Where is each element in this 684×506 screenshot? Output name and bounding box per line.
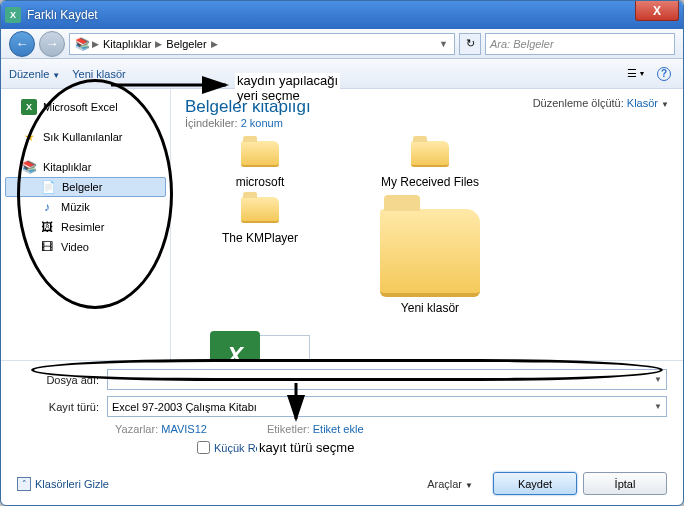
- new-folder-button[interactable]: Yeni klasör: [72, 68, 125, 80]
- save-as-dialog: X Farklı Kaydet X ← → 📚 ▶ Kitaplıklar ▶ …: [0, 0, 684, 506]
- organize-toolbar: Düzenle▼ Yeni klasör ☰▼ ?: [1, 59, 683, 89]
- file-list-pane: Belgeler kitaplığı İçindekiler: 2 konum …: [171, 89, 683, 360]
- sidebar-label: Müzik: [61, 201, 90, 213]
- library-subtitle: İçindekiler: 2 konum: [185, 117, 311, 129]
- folder-icon: [241, 197, 279, 223]
- thumbnail-checkbox[interactable]: [197, 441, 210, 454]
- view-icon: ☰: [627, 67, 637, 80]
- crumb-sep-icon: ▶: [209, 39, 220, 49]
- chevron-down-icon: ▼: [654, 375, 662, 384]
- arrange-by-menu[interactable]: Düzenleme ölçütü: Klasör ▼: [533, 97, 669, 109]
- sidebar-item-music[interactable]: ♪ Müzik: [1, 197, 170, 217]
- folder-item-kmplayer[interactable]: The KMPlayer: [185, 197, 335, 315]
- refresh-button[interactable]: ↻: [459, 33, 481, 55]
- sidebar-item-documents[interactable]: 📄 Belgeler: [5, 177, 166, 197]
- authors-label: Yazarlar:: [115, 423, 158, 435]
- view-menu-button[interactable]: ☰▼: [625, 64, 647, 84]
- sidebar-item-favorites[interactable]: ★ Sık Kullanılanlar: [1, 127, 170, 147]
- cancel-button[interactable]: İptal: [583, 472, 667, 495]
- window-title: Farklı Kaydet: [27, 8, 98, 22]
- sidebar-item-pictures[interactable]: 🖼 Resimler: [1, 217, 170, 237]
- file-label: My Received Files: [381, 175, 479, 189]
- filetype-select[interactable]: Excel 97-2003 Çalışma Kitabı ▼: [107, 396, 667, 417]
- documents-icon: 📄: [40, 179, 56, 195]
- file-label: Yeni klasör: [401, 301, 459, 315]
- folder-icon: [411, 141, 449, 167]
- filetype-value: Excel 97-2003 Çalışma Kitabı: [112, 401, 257, 413]
- help-button[interactable]: ?: [653, 64, 675, 84]
- breadcrumb-libraries[interactable]: Kitaplıklar: [101, 38, 153, 50]
- search-placeholder: Ara: Belgeler: [490, 38, 554, 50]
- libraries-icon: 📚: [74, 36, 90, 52]
- hide-folders-button[interactable]: ˄ Klasörleri Gizle: [17, 477, 109, 491]
- excel-icon: X: [21, 99, 37, 115]
- sidebar-item-msexcel[interactable]: X Microsoft Excel: [1, 97, 170, 117]
- library-locations-link[interactable]: 2 konum: [241, 117, 283, 129]
- content-area: X Microsoft Excel ★ Sık Kullanılanlar 📚 …: [1, 89, 683, 360]
- forward-arrow-icon: →: [46, 36, 59, 51]
- sidebar-label: Resimler: [61, 221, 104, 233]
- address-bar[interactable]: 📚 ▶ Kitaplıklar ▶ Belgeler ▶ ▼: [69, 33, 455, 55]
- close-button[interactable]: X: [635, 1, 679, 21]
- sidebar-item-libraries[interactable]: 📚 Kitaplıklar: [1, 157, 170, 177]
- tags-label: Etiketler:: [267, 423, 310, 435]
- back-arrow-icon: ←: [16, 36, 29, 51]
- sidebar-label: Kitaplıklar: [43, 161, 91, 173]
- nav-sidebar: X Microsoft Excel ★ Sık Kullanılanlar 📚 …: [1, 89, 171, 360]
- filename-input[interactable]: ▼: [107, 369, 667, 390]
- breadcrumb-documents[interactable]: Belgeler: [164, 38, 208, 50]
- crumb-sep-icon: ▶: [153, 39, 164, 49]
- save-button[interactable]: Kaydet: [493, 472, 577, 495]
- help-icon: ?: [657, 67, 671, 81]
- chevron-down-icon: ▼: [465, 481, 473, 490]
- folder-item-yeniklasor[interactable]: Yeni klasör: [355, 197, 505, 315]
- search-input[interactable]: Ara: Belgeler: [485, 33, 675, 55]
- forward-button[interactable]: →: [39, 31, 65, 57]
- video-icon: 🎞: [39, 239, 55, 255]
- sidebar-label: Sık Kullanılanlar: [43, 131, 123, 143]
- chevron-down-icon: ▼: [654, 402, 662, 411]
- close-icon: X: [653, 4, 661, 18]
- back-button[interactable]: ←: [9, 31, 35, 57]
- filetype-label: Kayıt türü:: [17, 401, 107, 413]
- folder-item-myreceived[interactable]: My Received Files: [355, 141, 505, 189]
- excel-file-icon: X: [210, 323, 310, 360]
- sidebar-item-video[interactable]: 🎞 Video: [1, 237, 170, 257]
- music-icon: ♪: [39, 199, 55, 215]
- refresh-icon: ↻: [466, 37, 475, 50]
- file-item-planlama[interactable]: X Planlama: [185, 323, 335, 360]
- titlebar: X Farklı Kaydet X: [1, 1, 683, 29]
- file-label: The KMPlayer: [222, 231, 298, 245]
- chevron-up-icon: ˄: [17, 477, 31, 491]
- filename-label: Dosya adı:: [17, 374, 107, 386]
- thumbnail-label: Küçük Resim Kaydet: [214, 442, 316, 454]
- sidebar-label: Belgeler: [62, 181, 102, 193]
- library-title: Belgeler kitaplığı: [185, 97, 311, 117]
- pictures-icon: 🖼: [39, 219, 55, 235]
- history-drop-icon[interactable]: ▼: [437, 39, 450, 49]
- organize-menu[interactable]: Düzenle▼: [9, 68, 60, 80]
- sidebar-label: Video: [61, 241, 89, 253]
- chevron-down-icon: ▼: [52, 71, 60, 80]
- tags-value[interactable]: Etiket ekle: [313, 423, 364, 435]
- folder-icon: [380, 209, 480, 297]
- save-form: Dosya adı: ▼ Kayıt türü: Excel 97-2003 Ç…: [1, 360, 683, 505]
- folder-item-microsoft[interactable]: microsoft: [185, 141, 335, 189]
- folder-icon: [241, 141, 279, 167]
- sidebar-label: Microsoft Excel: [43, 101, 118, 113]
- file-label: microsoft: [236, 175, 285, 189]
- authors-value[interactable]: MAVIS12: [161, 423, 207, 435]
- star-icon: ★: [21, 129, 37, 145]
- tools-menu[interactable]: Araçlar ▼: [427, 478, 473, 490]
- crumb-sep-icon: ▶: [90, 39, 101, 49]
- nav-toolbar: ← → 📚 ▶ Kitaplıklar ▶ Belgeler ▶ ▼ ↻ Ara…: [1, 29, 683, 59]
- excel-app-icon: X: [5, 7, 21, 23]
- chevron-down-icon: ▼: [639, 70, 646, 77]
- libraries-icon: 📚: [21, 159, 37, 175]
- chevron-down-icon: ▼: [661, 100, 669, 109]
- file-grid: microsoft My Received Files The KMPlayer…: [185, 141, 669, 360]
